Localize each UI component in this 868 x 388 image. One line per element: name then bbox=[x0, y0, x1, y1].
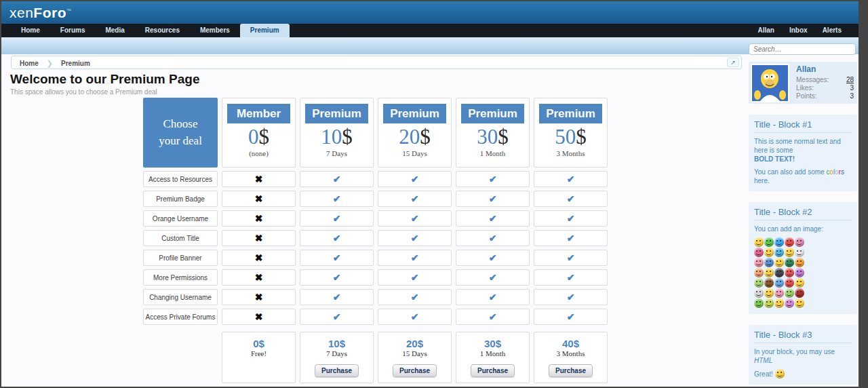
check-icon: ✔ bbox=[411, 174, 419, 185]
feature-included-cell: ✔ bbox=[456, 250, 530, 266]
stat-label: Points: bbox=[796, 92, 817, 100]
feature-excluded-cell: ✖ bbox=[222, 309, 296, 325]
user-link-allan[interactable]: Allan bbox=[751, 24, 782, 37]
feature-label: Access to Resources bbox=[143, 171, 218, 187]
price-number: 0 bbox=[248, 125, 259, 149]
nav-tab-resources[interactable]: Resources bbox=[135, 24, 190, 37]
smiley-icon bbox=[754, 288, 764, 298]
feature-included-cell: ✔ bbox=[456, 309, 530, 325]
check-icon: ✔ bbox=[567, 292, 575, 303]
smiley-grid bbox=[754, 237, 805, 308]
breadcrumb-premium[interactable]: Premium bbox=[53, 60, 98, 67]
xenforo-logo[interactable]: xenForo™ bbox=[9, 5, 72, 21]
search-input[interactable] bbox=[749, 43, 856, 55]
purchase-button[interactable]: Purchase bbox=[393, 364, 437, 377]
nav-tab-forums[interactable]: Forums bbox=[50, 24, 96, 37]
price-number: 10 bbox=[321, 125, 342, 149]
plan-column-1: Premium10$7 Days✔✔✔✔✔✔✔✔10$7 DaysPurchas… bbox=[300, 98, 374, 383]
smiley-icon bbox=[785, 288, 794, 298]
user-link-alerts[interactable]: Alerts bbox=[815, 24, 849, 37]
user-link-inbox[interactable]: Inbox bbox=[782, 24, 815, 37]
smiley-icon bbox=[774, 298, 784, 308]
price-number: 30 bbox=[477, 125, 498, 149]
feature-included-cell: ✔ bbox=[534, 309, 608, 325]
smiley-icon bbox=[764, 258, 774, 267]
smiley-icon bbox=[785, 237, 794, 247]
check-icon: ✔ bbox=[489, 272, 497, 283]
feature-included-cell: ✔ bbox=[300, 269, 374, 286]
user-nav: AllanInboxAlerts bbox=[751, 24, 849, 37]
block1-text: This is some normal text and here is som… bbox=[754, 137, 852, 163]
cross-icon: ✖ bbox=[255, 252, 263, 263]
smiley-icon bbox=[785, 258, 794, 267]
purchase-button[interactable]: Purchase bbox=[471, 364, 515, 377]
page-subtitle: This space allows you to choose a Premiu… bbox=[10, 88, 157, 96]
smiley-icon bbox=[785, 298, 794, 308]
expand-icon[interactable]: ↗ bbox=[727, 58, 739, 67]
feature-included-cell: ✔ bbox=[534, 230, 608, 246]
plan-header: Premium50$3 Months bbox=[534, 98, 608, 168]
nav-tab-home[interactable]: Home bbox=[11, 24, 50, 37]
plan-footer: 10$7 DaysPurchase bbox=[300, 332, 374, 383]
feature-included-cell: ✔ bbox=[456, 210, 530, 227]
sidebar-block-2: Title - Block #2 You can add an image: bbox=[749, 202, 857, 314]
smiley-icon bbox=[764, 288, 774, 298]
feature-included-cell: ✔ bbox=[300, 309, 374, 325]
purchase-button[interactable]: Purchase bbox=[549, 364, 593, 377]
plan-column-0: Member0$(none)✖✖✖✖✖✖✖✖0$Free! bbox=[222, 98, 296, 383]
block3-great-line: Great! bbox=[754, 369, 852, 379]
premium-page: xenForo™ HomeForumsMediaResourcesMembers… bbox=[1, 1, 859, 387]
plan-period: 15 Days bbox=[378, 149, 451, 157]
feature-excluded-cell: ✖ bbox=[222, 250, 296, 266]
footer-price: 40$ bbox=[534, 338, 607, 349]
stat-label: Messages: bbox=[796, 76, 829, 84]
feature-label: Premium Badge bbox=[143, 191, 218, 207]
feature-included-cell: ✔ bbox=[534, 269, 608, 286]
smiley-icon bbox=[764, 278, 774, 288]
price-currency: $ bbox=[259, 125, 270, 149]
smiley-icon bbox=[795, 278, 804, 288]
feature-included-cell: ✔ bbox=[456, 171, 530, 187]
feature-included-cell: ✔ bbox=[300, 230, 374, 246]
plan-header: Premium10$7 Days bbox=[300, 98, 374, 168]
feature-excluded-cell: ✖ bbox=[222, 171, 296, 187]
plan-header: Premium30$1 Month bbox=[456, 98, 530, 168]
visitor-username[interactable]: Allan bbox=[796, 64, 816, 74]
smiley-icon bbox=[795, 298, 804, 308]
breadcrumb-home[interactable]: Home bbox=[12, 60, 47, 67]
check-icon: ✔ bbox=[333, 292, 341, 303]
check-icon: ✔ bbox=[489, 233, 497, 244]
feature-included-cell: ✔ bbox=[378, 289, 452, 305]
nav-tab-members[interactable]: Members bbox=[190, 24, 240, 37]
great-smiley-icon bbox=[775, 369, 785, 379]
stat-value[interactable]: 28 bbox=[846, 76, 854, 84]
nav-tab-premium[interactable]: Premium bbox=[240, 24, 290, 37]
avatar[interactable] bbox=[751, 64, 789, 102]
block3-great-text: Great! bbox=[754, 370, 773, 378]
feature-included-cell: ✔ bbox=[534, 210, 608, 227]
plan-price: 20$ bbox=[378, 125, 451, 149]
smiley-icon bbox=[785, 278, 794, 288]
nav-tab-media[interactable]: Media bbox=[95, 24, 134, 37]
visitor-stats: Messages:28Likes:3Points:3 bbox=[796, 76, 854, 100]
plan-footer: 40$3 MonthsPurchase bbox=[534, 332, 608, 383]
feature-included-cell: ✔ bbox=[456, 191, 530, 207]
check-icon: ✔ bbox=[411, 233, 419, 244]
feature-included-cell: ✔ bbox=[378, 269, 452, 286]
smiley-icon bbox=[774, 237, 784, 247]
purchase-button[interactable]: Purchase bbox=[315, 364, 359, 377]
check-icon: ✔ bbox=[567, 174, 575, 185]
smiley-icon bbox=[774, 268, 784, 277]
feature-label: Access Private Forums bbox=[143, 309, 218, 325]
block3-html-em: HTML bbox=[754, 357, 772, 364]
check-icon: ✔ bbox=[567, 272, 575, 283]
block2-text: You can add an image: bbox=[754, 225, 852, 233]
visitor-stat-row: Points:3 bbox=[796, 92, 854, 100]
plan-column-4: Premium50$3 Months✔✔✔✔✔✔✔✔40$3 MonthsPur… bbox=[534, 98, 608, 383]
block1-line2-post: here. bbox=[754, 177, 770, 185]
subnav-band bbox=[1, 37, 859, 54]
feature-included-cell: ✔ bbox=[378, 210, 452, 227]
cross-icon: ✖ bbox=[255, 174, 263, 185]
choose-your-deal-box: Choose your deal bbox=[143, 98, 218, 168]
feature-included-cell: ✔ bbox=[378, 309, 452, 325]
